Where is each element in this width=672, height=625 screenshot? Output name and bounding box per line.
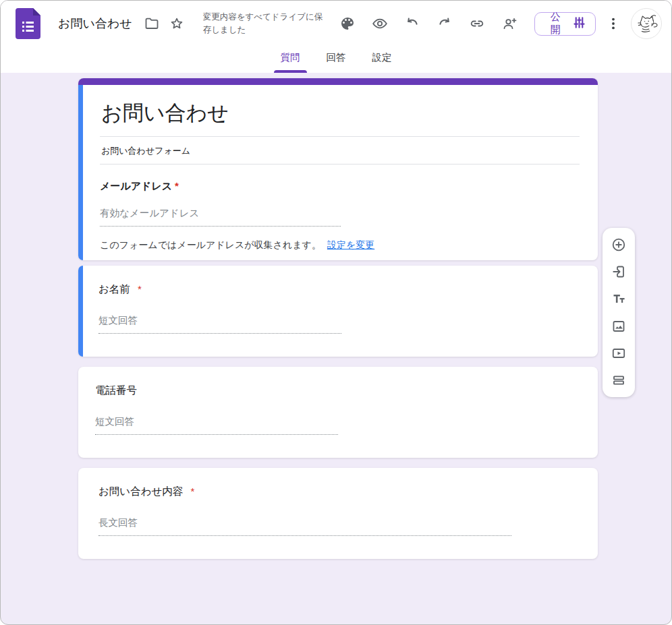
form-tabs: 質問 回答 設定	[1, 42, 671, 73]
required-asterisk: *	[190, 485, 194, 497]
long-answer-field[interactable]: 長文回答	[99, 516, 511, 536]
account-avatar[interactable]	[631, 8, 662, 39]
question-label[interactable]: お問い合わせ内容*	[99, 485, 580, 499]
form-title-card[interactable]: お問い合わせ お問い合わせフォーム メールアドレス* 有効なメールアドレス この…	[78, 78, 598, 260]
question-card-phone[interactable]: 電話番号 短文回答	[78, 367, 598, 458]
question-card-name[interactable]: お名前* 短文回答	[78, 266, 598, 357]
app-header: お問い合わせ 変更内容をすべてドライブに保存しました	[1, 1, 671, 73]
question-label[interactable]: 電話番号	[95, 384, 580, 398]
star-icon[interactable]	[169, 16, 185, 32]
email-collection-notice: このフォームではメールアドレスが収集されます。設定を変更	[100, 239, 580, 251]
more-vert-icon[interactable]	[605, 16, 621, 32]
theme-palette-icon[interactable]	[339, 16, 356, 32]
form-title-field[interactable]: お問い合わせ	[100, 85, 580, 137]
browser-window: お問い合わせ 変更内容をすべてドライブに保存しました	[0, 0, 672, 625]
add-image-icon[interactable]	[611, 318, 627, 334]
redo-icon[interactable]	[437, 16, 453, 32]
required-asterisk: *	[175, 180, 179, 191]
forms-logo-icon[interactable]	[16, 8, 40, 39]
insert-toolbar	[603, 228, 635, 397]
add-title-icon[interactable]	[611, 291, 627, 307]
publish-label: 公開	[546, 11, 566, 36]
short-answer-field[interactable]: 短文回答	[95, 415, 338, 435]
tab-questions[interactable]: 質問	[280, 42, 301, 73]
add-question-icon[interactable]	[611, 237, 627, 253]
preview-eye-icon[interactable]	[372, 16, 388, 32]
document-title[interactable]: お問い合わせ	[58, 16, 132, 32]
selected-stripe	[78, 266, 83, 357]
change-settings-link[interactable]: 設定を変更	[327, 239, 374, 250]
publish-settings-tune-icon	[572, 16, 586, 32]
add-section-icon[interactable]	[611, 372, 627, 388]
copy-link-icon[interactable]	[469, 16, 485, 32]
undo-icon[interactable]	[404, 16, 420, 32]
save-status[interactable]: 変更内容をすべてドライブに保存しました	[203, 11, 331, 37]
tab-responses[interactable]: 回答	[326, 42, 347, 73]
tab-settings[interactable]: 設定	[372, 42, 393, 73]
move-folder-icon[interactable]	[144, 16, 160, 32]
form-description-field[interactable]: お問い合わせフォーム	[100, 137, 580, 165]
add-collaborator-icon[interactable]	[501, 16, 517, 32]
header-row: お問い合わせ 変更内容をすべてドライブに保存しました	[1, 1, 671, 42]
required-asterisk: *	[138, 283, 142, 295]
question-card-message[interactable]: お問い合わせ内容* 長文回答	[78, 468, 598, 559]
selected-stripe	[78, 85, 83, 260]
add-video-icon[interactable]	[611, 345, 627, 361]
email-question-label: メールアドレス*	[100, 180, 580, 193]
email-answer-field[interactable]: 有効なメールアドレス	[100, 207, 341, 227]
header-actions: 公開	[331, 8, 663, 39]
form-editor-canvas: お問い合わせ お問い合わせフォーム メールアドレス* 有効なメールアドレス この…	[1, 73, 671, 625]
publish-button[interactable]: 公開	[534, 12, 596, 36]
theme-color-bar	[78, 78, 598, 85]
import-questions-icon[interactable]	[611, 264, 627, 280]
question-label[interactable]: お名前*	[99, 282, 580, 297]
short-answer-field[interactable]: 短文回答	[99, 314, 341, 334]
